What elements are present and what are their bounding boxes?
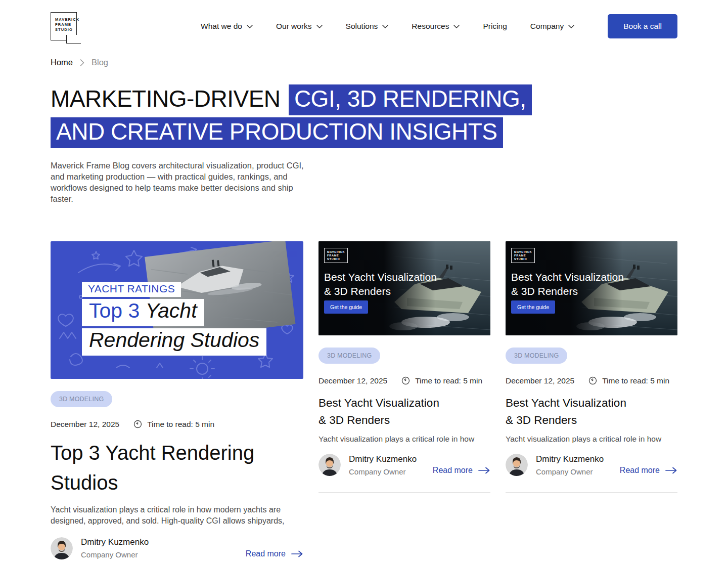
- post-title[interactable]: Best Yacht Visualization& 3D Renders: [318, 395, 490, 429]
- nav-item-label: Solutions: [346, 22, 378, 31]
- brand-logo[interactable]: MAVERICK FRAME STUDIO: [51, 12, 77, 40]
- post-title[interactable]: Top 3 Yacht RenderingStudios: [51, 438, 303, 498]
- post-excerpt: Yacht visualization plays a critical rol…: [506, 435, 677, 444]
- read-more-link[interactable]: Read more: [433, 466, 490, 475]
- clock-icon: [133, 420, 142, 428]
- cover-title-line: Top 3 Yacht: [82, 299, 204, 326]
- nav-item-resources[interactable]: Resources: [412, 22, 460, 31]
- nav-item-label: Resources: [412, 22, 449, 31]
- breadcrumb-chevron-icon: [80, 59, 84, 66]
- post-cover-image[interactable]: MAVERICK FRAME STUDIO Best Yacht Visuali…: [506, 241, 677, 335]
- card-divider: [506, 492, 677, 493]
- post-date: December 12, 2025: [318, 376, 387, 385]
- tag-badge[interactable]: 3D MODELING: [51, 391, 112, 407]
- cover-kicker: YACHT RATINGS: [82, 282, 181, 297]
- nav-item-label: Our works: [276, 22, 312, 31]
- cover-brand-logo: MAVERICK FRAME STUDIO: [511, 248, 535, 263]
- author-row: Dmitry Kuzmenko Company Owner Read more: [506, 454, 677, 476]
- nav-item-label: Company: [530, 22, 564, 31]
- author-avatar: [318, 454, 341, 476]
- brand-logo-line: STUDIO: [55, 27, 76, 32]
- author-avatar: [506, 454, 528, 476]
- avatar-portrait: [318, 454, 341, 476]
- chevron-down-icon: [453, 25, 460, 28]
- avatar-portrait: [51, 537, 73, 559]
- nav-item-our-works[interactable]: Our works: [276, 22, 323, 31]
- nav-item-what-we-do[interactable]: What we do: [201, 22, 253, 31]
- breadcrumb-current: Blog: [92, 58, 108, 67]
- brand-logo-line: MAVERICK: [55, 17, 76, 22]
- chevron-down-icon: [316, 25, 323, 28]
- read-more-link[interactable]: Read more: [246, 549, 303, 558]
- clock-icon: [588, 376, 597, 385]
- page-title: MARKETING-DRIVEN CGI, 3D RENDERING, AND …: [51, 84, 677, 148]
- breadcrumb-home-link[interactable]: Home: [51, 58, 73, 67]
- page-title-plain: MARKETING-DRIVEN: [51, 84, 283, 115]
- arrow-right-icon: [665, 467, 677, 474]
- book-a-call-button[interactable]: Book a call: [608, 14, 677, 38]
- chevron-down-icon: [382, 25, 388, 28]
- header: MAVERICK FRAME STUDIO What we do Our wor…: [51, 0, 677, 44]
- page-title-highlight: CGI, 3D RENDERING,: [289, 84, 532, 115]
- post-meta: December 12, 2025 Time to read: 5 min: [51, 420, 303, 429]
- arrow-right-icon: [478, 467, 490, 474]
- post-cover-image[interactable]: YACHT RATINGS Top 3 Yacht Rendering Stud…: [51, 241, 303, 379]
- nav-item-company[interactable]: Company: [530, 22, 574, 31]
- cover-title: Best Yacht Visualization& 3D Renders: [324, 270, 437, 298]
- nav-item-solutions[interactable]: Solutions: [346, 22, 389, 31]
- breadcrumb: Home Blog: [51, 58, 677, 67]
- author-row: Dmitry Kuzmenko Company Owner Read more: [51, 537, 303, 559]
- nav-item-label: Pricing: [483, 22, 507, 31]
- post-card: MAVERICK FRAME STUDIO Best Yacht Visuali…: [506, 241, 677, 563]
- post-meta: December 12, 2025 Time to read: 5 min: [506, 376, 677, 385]
- tag-badge[interactable]: 3D MODELING: [318, 348, 380, 364]
- featured-post-card: YACHT RATINGS Top 3 Yacht Rendering Stud…: [51, 241, 303, 563]
- post-cover-image[interactable]: MAVERICK FRAME STUDIO Best Yacht Visuali…: [318, 241, 490, 335]
- card-divider: [318, 492, 490, 493]
- cover-text-block: YACHT RATINGS Top 3 Yacht Rendering Stud…: [82, 282, 266, 356]
- author-avatar: [51, 537, 73, 559]
- cover-title: Best Yacht Visualization& 3D Renders: [511, 270, 624, 298]
- post-excerpt: Yacht visualization plays a critical rol…: [51, 504, 303, 527]
- cover-cta-button: Get the guide: [324, 300, 368, 314]
- author-meta: Dmitry Kuzmenko Company Owner: [536, 454, 604, 476]
- post-card: MAVERICK FRAME STUDIO Best Yacht Visuali…: [318, 241, 490, 563]
- arrow-right-icon: [291, 550, 303, 557]
- blog-grid: YACHT RATINGS Top 3 Yacht Rendering Stud…: [51, 241, 677, 563]
- author-role: Company Owner: [81, 550, 149, 559]
- read-more-link[interactable]: Read more: [620, 466, 677, 475]
- post-date: December 12, 2025: [51, 420, 119, 429]
- post-meta: December 12, 2025 Time to read: 5 min: [318, 376, 490, 385]
- cover-title-line: Rendering Studios: [82, 328, 266, 356]
- tag-badge[interactable]: 3D MODELING: [506, 348, 567, 364]
- author-name: Dmitry Kuzmenko: [349, 454, 417, 464]
- brand-logo-line: FRAME: [55, 22, 76, 27]
- author-name: Dmitry Kuzmenko: [536, 454, 604, 464]
- nav-item-label: What we do: [201, 22, 242, 31]
- author-name: Dmitry Kuzmenko: [81, 537, 149, 547]
- cover-cta-button: Get the guide: [511, 300, 555, 314]
- chevron-down-icon: [247, 25, 253, 28]
- post-date: December 12, 2025: [506, 376, 574, 385]
- post-title[interactable]: Best Yacht Visualization& 3D Renders: [506, 395, 677, 429]
- chevron-down-icon: [568, 25, 574, 28]
- hero-description: Maverick Frame Blog covers architectural…: [51, 160, 306, 205]
- author-meta: Dmitry Kuzmenko Company Owner: [349, 454, 417, 476]
- clock-icon: [401, 376, 410, 385]
- read-time: Time to read: 5 min: [602, 376, 669, 385]
- author-role: Company Owner: [536, 467, 604, 476]
- read-time: Time to read: 5 min: [415, 376, 482, 385]
- read-time: Time to read: 5 min: [147, 420, 214, 429]
- main-nav: What we do Our works Solutions Resources…: [201, 22, 574, 31]
- author-row: Dmitry Kuzmenko Company Owner Read more: [318, 454, 490, 476]
- post-excerpt: Yacht visualization plays a critical rol…: [318, 435, 490, 444]
- author-meta: Dmitry Kuzmenko Company Owner: [81, 537, 149, 559]
- nav-item-pricing[interactable]: Pricing: [483, 22, 507, 31]
- avatar-portrait: [506, 454, 528, 476]
- page-title-highlight: AND CREATIVE PRODUCTION INSIGHTS: [51, 117, 503, 148]
- author-role: Company Owner: [349, 467, 417, 476]
- cover-brand-logo: MAVERICK FRAME STUDIO: [324, 248, 348, 263]
